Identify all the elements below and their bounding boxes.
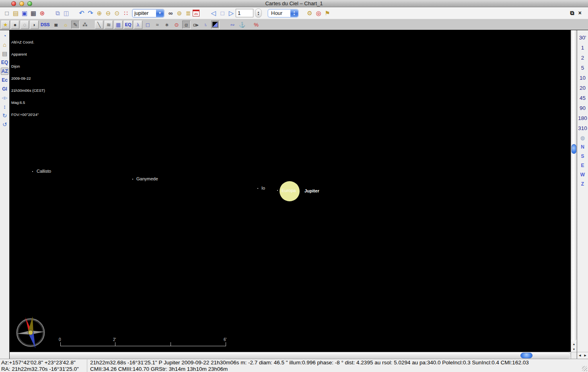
star-size-dots-icon[interactable]: ∷ [121, 8, 130, 18]
telescope-panel-icon[interactable]: ⚙ [305, 8, 314, 18]
anchor-chart-icon[interactable]: ⚓ [238, 21, 247, 29]
time-next-button[interactable]: ▷ [227, 8, 236, 18]
flip-horizontal-icon[interactable]: ◁▷ [1, 94, 8, 101]
direction-east-button[interactable]: E [577, 161, 588, 170]
europa-dot[interactable] [277, 190, 278, 191]
constellation-figures-icon[interactable]: λ [134, 21, 142, 29]
stepper-down-icon[interactable]: ▼ [257, 13, 260, 16]
horizontal-scroll-thumb[interactable] [520, 353, 532, 358]
time-step-input[interactable] [236, 9, 253, 17]
copy-chart-icon[interactable]: ⧉ [53, 8, 62, 18]
chart-info-icon[interactable]: ◔ [1, 32, 8, 39]
auto-magnitude-icon[interactable]: ☼ [62, 21, 70, 29]
vertical-scrollbar[interactable]: ▲ ▼ [571, 30, 577, 359]
link-chart-icon[interactable]: ∾ [228, 21, 237, 29]
sky-dome-icon[interactable]: ◍ [580, 133, 585, 142]
zoom-in-icon[interactable]: ⊕ [95, 8, 104, 18]
star-density-icon[interactable]: ⁂ [81, 21, 89, 29]
time-unit-dropdown-icon[interactable]: ▲▼ [290, 10, 298, 17]
show-asteroids-icon[interactable]: ◗ [30, 21, 39, 29]
fov-button-10[interactable]: 10 [577, 73, 588, 83]
show-milkyway-icon[interactable]: ≋ [105, 21, 113, 29]
direction-zenith-button[interactable]: Z [577, 179, 588, 188]
print-settings-icon[interactable]: ⊛ [38, 8, 47, 18]
eq-coords-button[interactable]: EQ [1, 59, 8, 66]
object-notes-icon[interactable]: ▤ [1, 50, 8, 57]
chart-image-icon[interactable]: ◙ [52, 21, 60, 29]
zoom-out-icon[interactable]: ⊖ [104, 8, 113, 18]
print-icon[interactable]: ▦ [29, 8, 38, 18]
search-object-icon[interactable]: ⊚ [175, 8, 184, 18]
resize-grip[interactable] [582, 366, 587, 371]
fov-button-20[interactable]: 20 [577, 83, 588, 93]
io-dot[interactable] [257, 188, 258, 189]
fov-button-310[interactable]: 310 [577, 123, 588, 133]
mark-center-icon[interactable]: ⊙ [173, 21, 181, 29]
time-unit-select[interactable]: Hour ▲▼ [267, 9, 299, 18]
scroll-down-icon[interactable]: ▼ [571, 347, 577, 352]
drawing-mode-icon[interactable]: ✎ [71, 21, 80, 29]
fov-button-2[interactable]: 2 [577, 53, 588, 63]
fov-button-180[interactable]: 180 [577, 113, 588, 123]
time-stop-button[interactable]: □ [218, 8, 227, 18]
chart-mode-icon[interactable] [211, 21, 220, 29]
ganymede-dot[interactable] [132, 179, 133, 180]
close-window-icon[interactable]: × [578, 10, 582, 17]
field-rotation-icon[interactable]: % [252, 21, 261, 29]
show-eq-grid-icon[interactable]: EQ [124, 21, 133, 29]
show-stars-icon[interactable]: ★ [1, 21, 10, 29]
restore-window-icon[interactable]: ⧉ [570, 10, 574, 17]
horizontal-scrollbar[interactable] [10, 352, 571, 359]
scroll-left-icon[interactable]: ◀ [577, 352, 583, 359]
constellation-boundaries-icon[interactable]: ◻ [144, 21, 152, 29]
search-dropdown-icon[interactable]: ▼ [156, 10, 164, 17]
advanced-search-icon[interactable]: ∞ [166, 8, 175, 18]
planet-view-icon[interactable]: ♄ [201, 21, 210, 29]
direction-north-button[interactable]: N [577, 142, 588, 151]
telescope-slew-icon[interactable]: ⚑ [323, 8, 332, 18]
galactic-coords-button[interactable]: Gl [1, 85, 8, 93]
object-track-icon[interactable]: ∗ [163, 21, 171, 29]
fov-button-90[interactable]: 90 [577, 103, 588, 113]
new-document-icon[interactable]: □ [2, 8, 11, 18]
vertical-scroll-thumb[interactable] [572, 144, 576, 154]
show-lines-icon[interactable]: ╲ [95, 21, 103, 29]
fov-button-5[interactable]: 5 [577, 63, 588, 73]
az-coords-button[interactable]: AZ [1, 68, 8, 75]
save-icon[interactable]: ▣ [20, 8, 29, 18]
fov-button-45[interactable]: 45 [577, 93, 588, 103]
object-list-icon[interactable]: ≣ [184, 8, 193, 18]
scroll-up-icon[interactable]: ▲ [571, 341, 577, 347]
show-nebulae-icon[interactable]: ◌ [21, 21, 29, 29]
undo-icon[interactable]: ↶ [77, 8, 86, 18]
rotate-ccw-icon[interactable]: ↺ [1, 121, 8, 128]
telescope-track-icon[interactable]: ◎ [314, 8, 323, 18]
chart-area[interactable]: Alt/AZ Coord. Apparent Dijon 2009-09-22 … [10, 30, 571, 352]
time-previous-button[interactable]: ◁ [209, 8, 218, 18]
dss-images-icon[interactable]: DSS [40, 21, 51, 29]
observatory-icon[interactable]: ⌂ [1, 41, 8, 48]
ecliptic-coords-button[interactable]: Ec [1, 76, 8, 84]
show-az-grid-icon[interactable]: ▦ [114, 21, 123, 29]
search-input[interactable] [133, 10, 156, 17]
callisto-dot[interactable] [32, 171, 33, 172]
show-labels-icon[interactable]: α [182, 21, 191, 29]
fov-button-1[interactable]: 1 [577, 43, 588, 53]
time-step-stepper[interactable]: ▲ ▼ [255, 8, 262, 18]
redo-icon[interactable]: ↷ [86, 8, 95, 18]
direction-west-button[interactable]: W [577, 170, 588, 179]
zoom-default-icon[interactable]: ⊙ [113, 8, 121, 18]
flip-vertical-icon[interactable]: ↕ [1, 103, 8, 110]
fov-button-30min[interactable]: 30' [577, 33, 588, 43]
window-controls: ⧉ × [570, 10, 586, 17]
new-pane-icon[interactable]: ◫ [62, 8, 71, 18]
direction-south-button[interactable]: S [577, 151, 588, 161]
open-file-icon[interactable]: ▤ [11, 8, 20, 18]
edit-labels-icon[interactable]: α▸ [192, 21, 200, 29]
scroll-right-icon[interactable]: ▶ [583, 352, 588, 359]
calendar-icon[interactable]: 21 [193, 10, 199, 17]
rotate-cw-icon[interactable]: ↻ [1, 112, 8, 119]
milkyway-fill-icon[interactable]: ≈ [153, 21, 162, 29]
show-planets-icon[interactable]: ● [11, 21, 19, 29]
vertical-scroll-track[interactable] [571, 30, 577, 341]
